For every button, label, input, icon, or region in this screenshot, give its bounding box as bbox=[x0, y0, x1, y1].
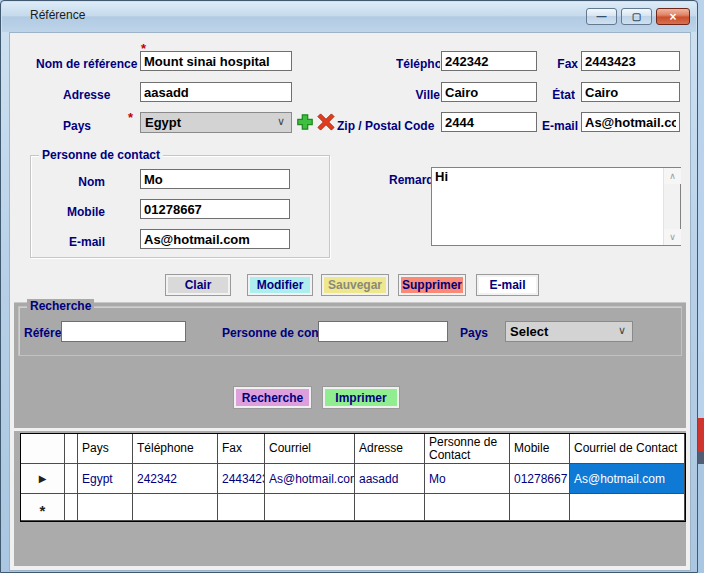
grid-cell[interactable] bbox=[65, 464, 78, 494]
delete-country-button[interactable] bbox=[316, 112, 336, 132]
label-etat: État bbox=[520, 88, 575, 102]
screen: Référence — ▢ × * Nom de référence Télép… bbox=[0, 0, 704, 573]
pays-combobox[interactable]: Egypt ∨ bbox=[140, 112, 292, 133]
search-pays-combobox-value: Select bbox=[510, 324, 548, 339]
contact-email-input[interactable] bbox=[140, 229, 290, 249]
scroll-down-icon: ∨ bbox=[669, 232, 676, 242]
grid-cell[interactable] bbox=[425, 494, 510, 521]
scroll-up-button[interactable]: ∧ bbox=[664, 168, 681, 184]
grid-header-courriel[interactable]: Courriel bbox=[265, 434, 355, 464]
label-nom-reference: Nom de référence bbox=[36, 57, 139, 71]
label-contact-mobile: Mobile bbox=[55, 205, 105, 219]
results-datagrid: Pays Téléphone Fax Courriel Adresse Pers… bbox=[20, 433, 686, 522]
grid-row-header[interactable]: ▶ bbox=[21, 464, 65, 494]
minimize-icon: — bbox=[597, 11, 607, 22]
adresse-input[interactable] bbox=[140, 82, 292, 102]
label-search-pays: Pays bbox=[460, 326, 500, 340]
label-telephone: Téléphone bbox=[396, 57, 440, 71]
current-row-icon: ▶ bbox=[39, 473, 47, 484]
grid-header-pays[interactable]: Pays bbox=[78, 434, 133, 464]
grid-header-row: Pays Téléphone Fax Courriel Adresse Pers… bbox=[21, 434, 685, 464]
label-ville: Ville bbox=[396, 88, 440, 102]
grid-cell-courriel-contact-selected[interactable]: As@hotmail.com bbox=[570, 464, 685, 494]
contact-nom-input[interactable] bbox=[140, 169, 290, 189]
search-groupbox-title: Recherche bbox=[27, 299, 94, 313]
grid-cell[interactable] bbox=[265, 494, 355, 521]
grid-header-cell[interactable] bbox=[65, 434, 78, 464]
remarque-textarea[interactable]: Hi bbox=[432, 168, 663, 245]
remarque-field: Hi ∧ ∨ bbox=[431, 167, 681, 246]
contact-mobile-input[interactable] bbox=[140, 199, 290, 219]
scroll-down-button[interactable]: ∨ bbox=[664, 229, 681, 245]
x-icon bbox=[317, 113, 335, 131]
grid-header-adresse[interactable]: Adresse bbox=[355, 434, 425, 464]
grid-new-row: * bbox=[21, 494, 685, 521]
label-zip: Zip / Postal Code bbox=[337, 119, 439, 133]
background-window-fragment bbox=[698, 418, 704, 452]
grid-header-telephone[interactable]: Téléphone bbox=[133, 434, 218, 464]
required-marker-pays: * bbox=[128, 110, 133, 125]
close-button[interactable]: × bbox=[656, 8, 690, 25]
grid-header-mobile[interactable]: Mobile bbox=[510, 434, 570, 464]
recherche-button[interactable]: Recherche bbox=[233, 386, 312, 409]
maximize-icon: ▢ bbox=[632, 11, 641, 22]
new-row-icon: * bbox=[40, 496, 46, 519]
sauvegar-button[interactable]: Sauvegar bbox=[321, 274, 389, 296]
grid-cell[interactable] bbox=[355, 494, 425, 521]
grid-corner-cell[interactable] bbox=[21, 434, 65, 464]
grid-cell-mobile[interactable]: 01278667 bbox=[510, 464, 570, 494]
label-fax: Fax bbox=[520, 57, 578, 71]
label-pays: Pays bbox=[63, 119, 123, 133]
grid-cell-courriel[interactable]: As@hotmail.com bbox=[265, 464, 355, 494]
fax-input[interactable] bbox=[581, 51, 680, 71]
label-contact-email: E-mail bbox=[55, 235, 105, 249]
grid-cell[interactable] bbox=[65, 494, 78, 521]
supprimer-button[interactable]: Supprimer bbox=[398, 274, 466, 296]
pays-combobox-value: Egypt bbox=[145, 115, 181, 130]
grid-cell-adresse[interactable]: aasadd bbox=[355, 464, 425, 494]
grid-cell-pays[interactable]: Egypt bbox=[78, 464, 133, 494]
label-contact-nom: Nom bbox=[55, 175, 105, 189]
grid-header-courriel-de-contact[interactable]: Courriel de Contact bbox=[570, 434, 685, 464]
search-reference-input[interactable] bbox=[61, 321, 186, 342]
contact-groupbox-title: Personne de contact bbox=[39, 148, 163, 162]
remarque-scrollbar[interactable]: ∧ ∨ bbox=[663, 168, 680, 245]
imprimer-button[interactable]: Imprimer bbox=[322, 386, 400, 409]
scroll-up-icon: ∧ bbox=[669, 171, 676, 181]
label-search-contact: Personne de contact bbox=[222, 326, 318, 340]
search-pays-combobox[interactable]: Select ∨ bbox=[505, 321, 633, 342]
grid-header-personne-de-contact[interactable]: Personne de Contact bbox=[425, 434, 510, 464]
chevron-down-icon: ∨ bbox=[277, 115, 285, 128]
close-icon: × bbox=[669, 10, 676, 24]
label-search-reference: Référence bbox=[24, 326, 61, 340]
label-remarque: Remarque bbox=[389, 173, 431, 187]
grid-header-fax[interactable]: Fax bbox=[218, 434, 265, 464]
etat-input[interactable] bbox=[581, 82, 680, 102]
grid-row-header[interactable]: * bbox=[21, 494, 65, 521]
chevron-down-icon: ∨ bbox=[618, 324, 626, 337]
email-input[interactable] bbox=[581, 112, 680, 132]
background-window-fragment bbox=[698, 452, 704, 464]
grid-cell[interactable] bbox=[133, 494, 218, 521]
maximize-button[interactable]: ▢ bbox=[621, 8, 652, 25]
grid-cell[interactable] bbox=[510, 494, 570, 521]
plus-icon bbox=[296, 113, 314, 131]
grid-cell[interactable] bbox=[78, 494, 133, 521]
modifier-button[interactable]: Modifier bbox=[247, 274, 313, 296]
grid-cell-telephone[interactable]: 242342 bbox=[133, 464, 218, 494]
label-adresse: Adresse bbox=[63, 88, 139, 102]
background-window-fragment bbox=[698, 464, 704, 573]
minimize-button[interactable]: — bbox=[586, 8, 617, 25]
grid-cell-personne[interactable]: Mo bbox=[425, 464, 510, 494]
window-title: Référence bbox=[30, 8, 85, 22]
clair-button[interactable]: Clair bbox=[165, 274, 231, 296]
desktop-background bbox=[698, 0, 704, 573]
email-button[interactable]: E-mail bbox=[476, 274, 539, 296]
label-email: E-mail bbox=[510, 119, 578, 133]
grid-cell-fax[interactable]: 2443423 bbox=[218, 464, 265, 494]
grid-cell[interactable] bbox=[570, 494, 685, 521]
grid-cell[interactable] bbox=[218, 494, 265, 521]
add-country-button[interactable] bbox=[295, 112, 315, 132]
nom-reference-input[interactable] bbox=[140, 51, 292, 71]
search-contact-input[interactable] bbox=[318, 321, 448, 342]
